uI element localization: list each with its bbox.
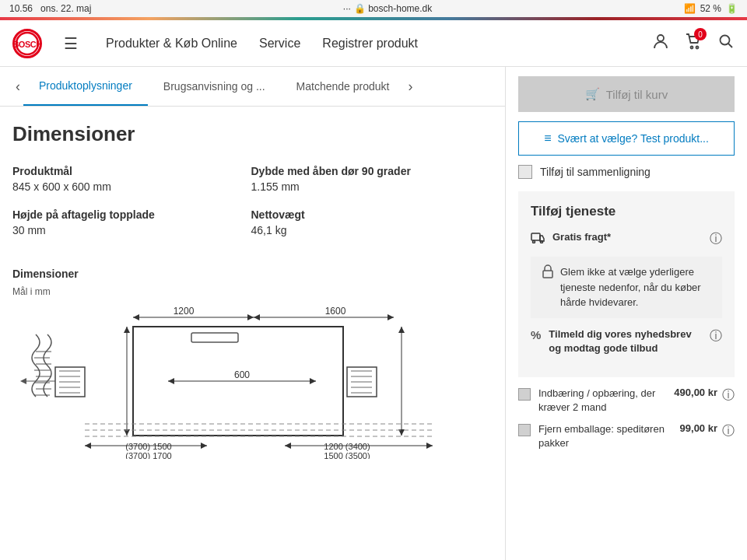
test-product-label: Svært at vælge? Test produkt...	[558, 132, 709, 145]
status-time: 10.56 ons. 22. maj	[9, 3, 91, 14]
content-area: Dimensioner Produktmål 845 x 600 x 600 m…	[0, 107, 505, 474]
spec-label-2: Højde på aftagelig topplade	[12, 208, 251, 221]
comparison-label: Tilføj til sammenligning	[540, 166, 651, 178]
hose-group	[20, 334, 55, 397]
svg-marker-28	[247, 314, 254, 320]
filter-icon: ≡	[544, 131, 551, 145]
priced-service-0-right: 490,00 kr ⓘ	[674, 387, 735, 404]
bosch-logo: BOSCH	[12, 29, 42, 58]
comparison-row: Tilføj til sammenligning	[518, 165, 735, 179]
svg-point-4	[696, 47, 699, 49]
priced-service-0: Indbæring / opbæring, der kræver 2 mand …	[518, 387, 735, 415]
nav-link-produkter[interactable]: Produkter & Køb Online	[106, 37, 237, 51]
spec-produktmaal: Produktmål 845 x 600 x 600 mm	[12, 165, 251, 193]
svg-marker-30	[254, 314, 260, 320]
svg-text:BOSCH: BOSCH	[15, 40, 40, 49]
dim-3700-1700: (3700) 1700	[125, 451, 171, 459]
notice-text: Glem ikke at vælge yderligere tjeneste n…	[560, 264, 711, 310]
svg-marker-44	[85, 443, 91, 449]
svg-marker-39	[398, 327, 405, 333]
spec-value-2: 30 mm	[12, 224, 251, 236]
priced-service-0-title: Indbæring / opbæring, der kræver 2 mand	[538, 387, 668, 415]
nav-links: Produkter & Køb Online Service Registrer…	[106, 37, 418, 51]
cart-badge: 0	[694, 28, 707, 40]
tab-arrow-left[interactable]: ‹	[12, 72, 23, 101]
tab-brugsanvisning[interactable]: Brugsanvisning og ...	[148, 68, 281, 105]
priced-service-1-title: Fjern emballage: speditøren pakker	[538, 422, 674, 450]
spec-label-0: Produktmål	[12, 165, 251, 177]
dim-600: 600	[234, 369, 250, 380]
priced-service-1-right: 99,00 kr ⓘ	[680, 422, 735, 439]
svg-point-50	[533, 241, 535, 243]
priced-checkbox-0[interactable]	[518, 388, 531, 401]
notice-box: Glem ikke at vælge yderligere tjeneste n…	[531, 257, 722, 318]
svg-marker-31	[388, 314, 394, 320]
left-content: ‹ Produktoplysninger Brugsanvisning og .…	[0, 67, 506, 560]
diagram-container: 1200 1600 600	[12, 303, 489, 459]
svg-rect-49	[531, 233, 540, 240]
spec-value-1: 1.155 mm	[251, 180, 490, 193]
specs-grid: Produktmål 845 x 600 x 600 mm Dybde med …	[12, 165, 489, 252]
status-right: 📶 52 % 🔋	[684, 3, 738, 14]
test-product-button[interactable]: ≡ Svært at vælge? Test produkt...	[518, 121, 735, 156]
dim-1600: 1600	[325, 306, 346, 317]
priced-service-1-info[interactable]: ⓘ	[722, 423, 735, 439]
svg-marker-48	[426, 443, 433, 449]
nav-icons: 0	[652, 33, 735, 54]
free-shipping-left: Gratis fragt*	[531, 230, 611, 247]
cart-icon[interactable]: 0	[685, 33, 702, 54]
priced-checkbox-1[interactable]	[518, 424, 531, 436]
priced-service-0-content: Indbæring / opbæring, der kræver 2 mand	[538, 387, 668, 415]
tab-produktoplysninger[interactable]: Produktoplysninger	[23, 67, 148, 106]
priced-service-1-content: Fjern emballage: speditøren pakker	[538, 422, 674, 450]
svg-marker-36	[124, 327, 130, 333]
priced-service-0-info[interactable]: ⓘ	[722, 387, 735, 404]
dim-1200-3400: 1200 (3400)	[324, 442, 370, 451]
svg-marker-45	[201, 443, 207, 449]
cart-btn-icon: 🛒	[585, 87, 600, 101]
dim-1500-3500: 1500 (3500)	[324, 451, 370, 459]
newsletter-label: Tilmeld dig vores nyhedsbrev og modtag g…	[549, 327, 703, 355]
lock-icon	[542, 264, 554, 284]
svg-point-3	[691, 47, 693, 49]
hamburger-icon[interactable]: ☰	[61, 31, 81, 56]
right-sidebar: 🛒 Tilføj til kurv ≡ Svært at vælge? Test…	[506, 67, 747, 560]
spec-value-3: 46,1 kg	[251, 224, 490, 236]
dim-3700-1500: (3700) 1500	[125, 442, 171, 451]
free-shipping-item: Gratis fragt* ⓘ	[531, 230, 722, 247]
tab-matchende[interactable]: Matchende produkt	[281, 68, 405, 105]
add-to-cart-button[interactable]: 🛒 Tilføj til kurv	[518, 76, 735, 112]
maal-label: Mål i mm	[12, 286, 489, 297]
battery-icon: 🔋	[726, 3, 738, 14]
priced-service-0-price: 490,00 kr	[674, 387, 717, 398]
svg-marker-33	[168, 378, 174, 384]
shipping-info-icon[interactable]: ⓘ	[710, 231, 722, 247]
spec-label-1: Dybde med åben dør 90 grader	[251, 165, 490, 177]
tab-bar: ‹ Produktoplysninger Brugsanvisning og .…	[0, 67, 505, 107]
svg-marker-15	[20, 378, 26, 384]
nav-link-service[interactable]: Service	[259, 37, 300, 51]
svg-marker-34	[310, 378, 316, 384]
main-layout: ‹ Produktoplysninger Brugsanvisning og .…	[0, 67, 747, 560]
spec-dybde: Dybde med åben dør 90 grader 1.155 mm	[251, 165, 490, 193]
service-box: Tilføj tjeneste Gratis fragt* ⓘ	[518, 191, 735, 377]
newsletter-left: % Tilmeld dig vores nyhedsbrev og modtag…	[531, 327, 703, 355]
svg-rect-52	[543, 271, 552, 278]
free-shipping-label: Gratis fragt*	[552, 230, 611, 244]
search-icon[interactable]	[717, 33, 735, 54]
spec-hoejde: Højde på aftagelig topplade 30 mm	[12, 208, 251, 236]
url-label: 🔒 bosch-home.dk	[354, 3, 432, 14]
newsletter-info-icon[interactable]: ⓘ	[710, 328, 722, 345]
comparison-checkbox[interactable]	[518, 165, 532, 179]
tab-arrow-right[interactable]: ›	[405, 72, 416, 101]
battery-label: 52 %	[700, 3, 721, 14]
percent-icon: %	[531, 328, 541, 341]
svg-marker-47	[285, 443, 291, 449]
nav-link-registrer[interactable]: Registrer produkt	[322, 37, 418, 51]
svg-point-5	[721, 36, 730, 45]
cart-btn-label: Tilføj til kurv	[606, 88, 668, 101]
section-title: Dimensioner	[12, 122, 489, 146]
user-icon[interactable]	[652, 33, 669, 54]
status-center: ··· 🔒 bosch-home.dk	[343, 3, 432, 14]
spec-value-0: 845 x 600 x 600 mm	[12, 180, 251, 193]
